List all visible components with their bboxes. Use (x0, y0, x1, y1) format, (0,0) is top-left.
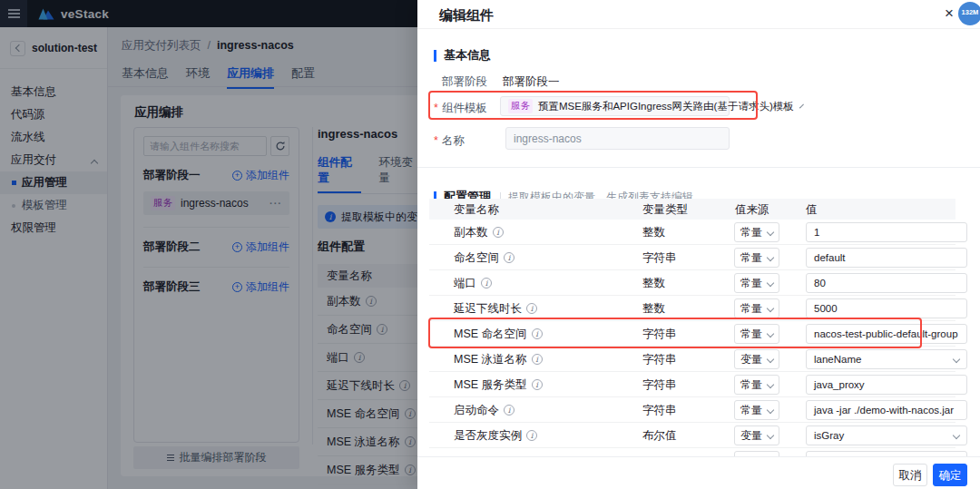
deploy-stage-value: 部署阶段一 (503, 74, 560, 90)
variable-name: MSE 服务类型 (454, 377, 527, 393)
info-icon: i (504, 405, 514, 416)
variable-name-cell: 端口i (454, 270, 492, 296)
config-table-row: MSE 服务类型i字符串常量java_proxy (429, 372, 956, 397)
chevron-down-icon (767, 406, 774, 414)
value-cell: 1 (806, 220, 967, 245)
value-input[interactable]: nacos-test-public-default-group (806, 324, 967, 344)
value-text: java_proxy (814, 379, 865, 390)
value-cell: laneName (806, 347, 967, 372)
variable-name-cell: MSE 命名空间i (454, 321, 543, 347)
value-source-select[interactable]: 常量 (734, 375, 779, 395)
config-table-row: MSE 命名空间i字符串常量nacos-test-public-default-… (429, 321, 956, 347)
value-source-text: 常量 (740, 403, 762, 418)
config-table-body: 副本数i整数常量1命名空间i字符串常量default端口i整数常量80延迟下线时… (429, 220, 956, 474)
value-text: default (814, 252, 846, 263)
variable-name: 副本数 (454, 225, 488, 240)
value-cell: isGray (806, 423, 967, 448)
value-source-cell: 常量 (734, 397, 779, 423)
variable-name-cell: MSE 泳道名称i (454, 347, 543, 372)
value-input[interactable]: 1 (806, 222, 967, 242)
value-source-select[interactable]: 变量 (734, 349, 779, 369)
variable-type-cell: 整数 (642, 270, 665, 296)
config-table-row: 启动命令i字符串常量java -jar ./demo-with-nacos.ja… (429, 397, 956, 423)
value-select[interactable]: isGray (806, 425, 967, 445)
value-cell: default (806, 245, 967, 270)
value-source-select[interactable]: 常量 (734, 248, 779, 268)
name-input[interactable] (505, 127, 730, 150)
value-text: 1 (814, 227, 819, 238)
section-bar (434, 50, 436, 62)
value-source-cell: 常量 (734, 245, 779, 270)
variable-name: MSE 命名空间 (454, 327, 527, 342)
chevron-down-icon (767, 254, 774, 261)
variable-name-cell: 启动命令i (454, 397, 514, 423)
value-cell: 80 (806, 270, 967, 296)
value-source-cell: 常量 (734, 220, 779, 245)
info-icon: i (526, 303, 537, 314)
memory-badge: 132M (958, 2, 980, 25)
config-table: 变量名称 变量类型 值来源 值 副本数i整数常量1命名空间i字符串常量defau… (429, 199, 956, 474)
value-source-text: 常量 (740, 301, 762, 317)
variable-type-cell: 字符串 (642, 321, 677, 347)
variable-type-cell: 字符串 (642, 397, 677, 423)
col-variable-name: 变量名称 (454, 202, 499, 218)
value-source-text: 变量 (740, 352, 762, 367)
config-table-row: 端口i整数常量80 (429, 270, 956, 296)
value-input[interactable]: java_proxy (806, 375, 967, 395)
template-select[interactable]: 服务 预置MSE服务和APIGIngress网关路由(基于请求头)模板 (500, 96, 730, 116)
info-icon: i (532, 354, 543, 365)
value-cell: nacos-test-public-default-group (806, 321, 967, 347)
info-icon: i (493, 227, 504, 238)
value-source-select[interactable]: 常量 (734, 273, 779, 293)
value-text: 80 (814, 278, 826, 289)
confirm-button[interactable]: 确定 (933, 464, 967, 486)
chevron-down-icon (767, 381, 774, 388)
value-source-select[interactable]: 常量 (734, 324, 779, 344)
chevron-down-icon (953, 356, 960, 363)
value-text: isGray (814, 430, 844, 441)
required-star: * (434, 102, 438, 114)
cancel-button[interactable]: 取消 (893, 464, 927, 486)
variable-name-cell: 副本数i (454, 220, 504, 245)
value-source-cell: 常量 (734, 321, 779, 347)
value-input[interactable]: java -jar ./demo-with-nacos.jar (806, 400, 967, 420)
variable-name: 命名空间 (454, 250, 499, 266)
value-source-select[interactable]: 常量 (734, 222, 779, 242)
value-source-text: 常量 (740, 377, 762, 393)
variable-name-cell: MSE 服务类型i (454, 372, 543, 397)
value-text: nacos-test-public-default-group (814, 328, 958, 339)
name-label: *名称 (434, 133, 465, 149)
divider (417, 28, 980, 29)
value-input[interactable]: 5000 (806, 298, 967, 318)
variable-name: 延迟下线时长 (454, 301, 522, 317)
template-value: 预置MSE服务和APIGIngress网关路由(基于请求头)模板 (538, 100, 794, 113)
modal-mask[interactable] (0, 0, 417, 489)
variable-name: 启动命令 (454, 403, 499, 418)
required-star: * (434, 134, 438, 147)
value-text: 5000 (814, 303, 838, 314)
value-select[interactable]: laneName (806, 349, 967, 369)
chevron-down-icon (767, 305, 774, 312)
variable-name-cell: 是否灰度实例i (454, 423, 537, 448)
close-icon[interactable]: × (945, 5, 954, 23)
chevron-down-icon (767, 330, 774, 337)
col-value: 值 (806, 202, 818, 218)
value-source-select[interactable]: 常量 (734, 298, 779, 318)
value-source-text: 常量 (740, 276, 762, 291)
variable-type-cell: 整数 (642, 220, 665, 245)
col-value-source: 值来源 (735, 202, 769, 218)
col-variable-type: 变量类型 (642, 202, 688, 218)
config-table-row: 是否灰度实例i布尔值变量isGray (429, 423, 956, 448)
value-input[interactable]: 80 (806, 273, 967, 293)
chevron-down-icon (767, 229, 774, 236)
value-source-select[interactable]: 常量 (734, 400, 779, 420)
value-source-cell: 常量 (734, 372, 779, 397)
basic-info-section: 基本信息 (434, 47, 491, 64)
value-input[interactable]: default (806, 248, 967, 268)
value-source-select[interactable]: 变量 (734, 425, 779, 445)
drawer-title: 编辑组件 (439, 7, 494, 24)
variable-name: 是否灰度实例 (454, 428, 522, 444)
variable-name-cell: 延迟下线时长i (454, 296, 537, 321)
value-source-cell: 变量 (734, 347, 779, 372)
config-table-header: 变量名称 变量类型 值来源 值 (429, 199, 956, 220)
